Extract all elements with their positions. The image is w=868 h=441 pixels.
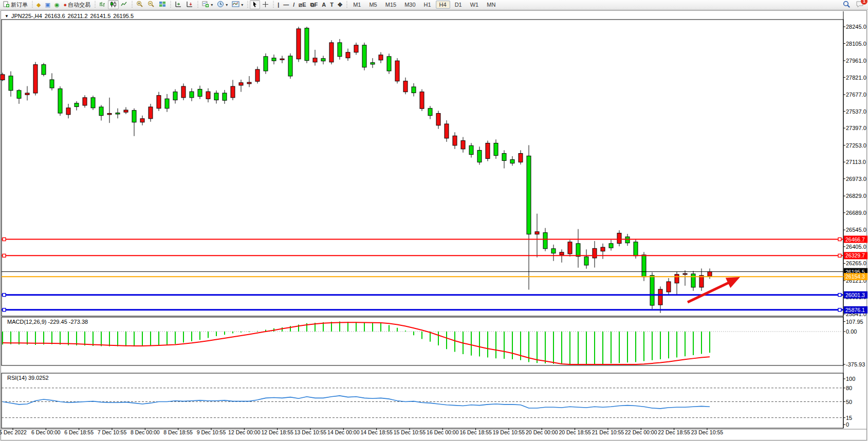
autotrade-icon: ● <box>63 2 67 8</box>
svg-text:13 Dec 10:55: 13 Dec 10:55 <box>294 429 327 435</box>
svg-text:50: 50 <box>846 399 852 405</box>
toolbar-separator <box>345 1 348 9</box>
autotrade-button[interactable]: ● 自动交易 <box>61 0 93 9</box>
toolbar-separator <box>31 1 33 9</box>
timeframe-button-W1[interactable]: W1 <box>467 1 483 9</box>
svg-text:28245.0: 28245.0 <box>846 24 866 30</box>
svg-text:26973.0: 26973.0 <box>846 176 866 182</box>
svg-text:20 Dec 18:55: 20 Dec 18:55 <box>559 429 591 435</box>
market-watch-button[interactable]: ▣ <box>43 0 52 9</box>
arrows-tool-button[interactable]: ✥ <box>336 0 344 9</box>
tile-windows-button[interactable] <box>157 0 168 9</box>
svg-text:14 Dec 18:55: 14 Dec 18:55 <box>360 429 393 435</box>
bar-chart-icon <box>99 1 106 9</box>
svg-text:22 Dec 18:55: 22 Dec 18:55 <box>658 429 690 435</box>
svg-text:26689.0: 26689.0 <box>846 210 866 216</box>
svg-text:26405.0: 26405.0 <box>846 244 866 250</box>
svg-text:20 Dec 00:00: 20 Dec 00:00 <box>526 429 558 435</box>
price-chart[interactable]: 28245.028105.027961.027821.027677.027537… <box>0 0 868 441</box>
timeframe-button-M1[interactable]: M1 <box>349 1 364 9</box>
horizontal-line-tool-button[interactable]: — <box>281 0 291 9</box>
timeframe-group: M1M5M15M30H1H4D1W1MN <box>349 1 500 9</box>
equidistant-channel-tool-icon: ⧄E <box>299 2 306 8</box>
zoom-out-icon <box>147 1 155 9</box>
timeframe-button-M30[interactable]: M30 <box>401 1 419 9</box>
zoom-in-button[interactable] <box>134 0 145 9</box>
svg-text:27537.0: 27537.0 <box>846 108 866 115</box>
toolbar-separator <box>272 1 274 9</box>
signals-button[interactable]: ◉ <box>52 0 62 9</box>
svg-text:14 Dec 00:00: 14 Dec 00:00 <box>327 429 360 435</box>
quotes-icon: ◆ <box>36 2 41 8</box>
toolbar-separator <box>169 1 172 9</box>
cursor-icon <box>252 1 258 9</box>
main-toolbar: 新订单 ◆ ▣ ◉ ● 自动交易 <box>0 0 868 10</box>
timeframe-button-M5[interactable]: M5 <box>365 1 380 9</box>
periods-icon <box>217 1 224 9</box>
timeframe-button-D1[interactable]: D1 <box>451 1 466 9</box>
zoom-out-button[interactable] <box>145 0 157 9</box>
toolbar-separator <box>131 1 133 9</box>
timeframe-button-M15[interactable]: M15 <box>382 1 400 9</box>
bar-chart-button[interactable] <box>97 0 108 9</box>
timeframe-button-H1[interactable]: H1 <box>420 1 435 9</box>
search-icon[interactable] <box>843 1 851 9</box>
quotes-button[interactable]: ◆ <box>34 0 43 9</box>
line-chart-button[interactable] <box>119 0 130 9</box>
svg-text:26466.7: 26466.7 <box>845 236 865 243</box>
trendline-tool-icon: / <box>293 2 294 8</box>
templates-button[interactable]: ▾ <box>230 0 245 9</box>
svg-text:8 Dec 00:00: 8 Dec 00:00 <box>131 429 160 435</box>
trading-terminal: 新订单 ◆ ▣ ◉ ● 自动交易 <box>0 0 868 441</box>
svg-text:27677.0: 27677.0 <box>846 91 866 98</box>
svg-text:27961.0: 27961.0 <box>846 58 866 64</box>
panel-frames <box>1 11 867 429</box>
chart-shift-button[interactable] <box>184 0 195 9</box>
svg-text:0.00: 0.00 <box>846 328 857 335</box>
svg-text:26829.0: 26829.0 <box>846 193 866 199</box>
chevron-down-icon[interactable]: ▾ <box>211 3 213 7</box>
chevron-down-icon[interactable]: ▾ <box>241 3 243 7</box>
svg-text:6 Dec 00:00: 6 Dec 00:00 <box>31 429 61 435</box>
vertical-line-tool-button[interactable]: | <box>275 0 281 9</box>
svg-text:27253.0: 27253.0 <box>846 142 866 149</box>
symbol-dropdown-icon[interactable]: ▼ <box>5 14 9 19</box>
svg-text:15: 15 <box>846 415 852 421</box>
svg-text:26154.3: 26154.3 <box>845 273 865 280</box>
timeframe-button-MN[interactable]: MN <box>483 1 499 9</box>
low-value: 26141.5 <box>90 13 111 19</box>
crosshair-button[interactable] <box>260 0 271 9</box>
toolbar-separator <box>94 1 96 9</box>
auto-scroll-button[interactable] <box>173 0 184 9</box>
new-order-icon <box>3 1 10 9</box>
periods-button[interactable]: ▾ <box>215 0 230 9</box>
trendline-tool-button[interactable]: / <box>291 0 297 9</box>
svg-text:27113.0: 27113.0 <box>846 159 866 165</box>
text-tool-button[interactable]: A <box>320 0 328 9</box>
svg-text:26001.3: 26001.3 <box>845 292 865 298</box>
svg-text:26329.7: 26329.7 <box>845 252 865 259</box>
candlestick-chart-button[interactable] <box>108 0 119 9</box>
timeframe-button-H4[interactable]: H4 <box>436 1 450 9</box>
indicators-button[interactable]: ▾ <box>200 0 215 9</box>
chevron-down-icon[interactable]: ▾ <box>226 3 228 7</box>
candlestick-chart-icon <box>110 1 117 9</box>
svg-text:9 Dec 10:55: 9 Dec 10:55 <box>197 429 226 435</box>
autotrade-label: 自动交易 <box>68 1 90 9</box>
toolbar-separator <box>196 1 199 9</box>
text-label-tool-button[interactable]: T <box>328 0 336 9</box>
chart-title: ▼ JPN225-,H4 26163.6 26211.2 26141.5 261… <box>5 13 134 19</box>
tile-windows-icon <box>159 1 166 9</box>
svg-text:5 Dec 2022: 5 Dec 2022 <box>0 429 27 435</box>
crosshair-icon <box>262 1 269 9</box>
new-order-button[interactable]: 新订单 <box>1 0 30 9</box>
new-order-label: 新订单 <box>11 1 28 9</box>
svg-text:19 Dec 10:55: 19 Dec 10:55 <box>493 429 525 435</box>
cursor-button[interactable] <box>250 0 260 9</box>
equidistant-channel-tool-button[interactable]: ⧄E <box>297 0 308 9</box>
text-tool-icon: A <box>322 2 326 8</box>
fibonacci-tool-button[interactable]: ⧉F <box>308 0 320 9</box>
notifications-button[interactable]: 1 <box>856 1 864 9</box>
fibonacci-tool-icon: ⧉F <box>310 2 318 8</box>
zoom-in-icon <box>136 1 143 9</box>
